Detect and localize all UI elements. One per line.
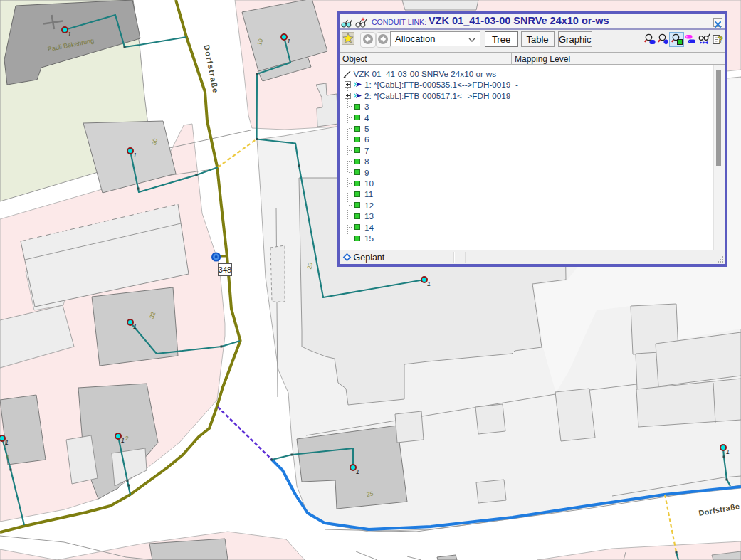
svg-text:1: 1 [287,38,290,45]
svg-text:4: 4 [6,453,9,460]
svg-text:?: ? [718,34,723,45]
svg-text:2: 2 [125,435,129,442]
svg-text:1: 1 [133,152,137,159]
svg-text:1: 1 [427,280,431,287]
svg-text:1: 1 [133,323,137,330]
svg-text:1: 1 [5,439,9,446]
svg-text:348: 348 [219,265,231,274]
svg-text:25: 25 [366,490,374,497]
svg-text:1: 1 [356,468,359,475]
svg-text:1: 1 [68,31,71,38]
svg-text:1: 1 [726,448,730,455]
svg-text:1: 1 [121,437,125,444]
